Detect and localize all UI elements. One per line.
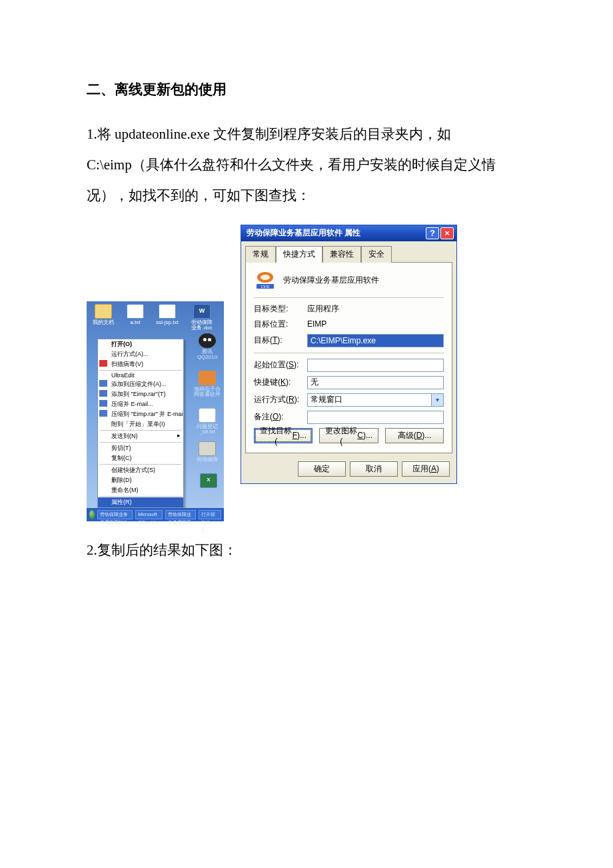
context-menu-item-label: UltraEdit bbox=[111, 372, 135, 379]
context-menu-item-label: 复制(C) bbox=[111, 455, 132, 461]
context-menu-item-label: 扫描病毒(V) bbox=[111, 361, 143, 367]
context-menu-item-label: 添加到 "Eimp.rar"(T) bbox=[111, 391, 165, 397]
label-comment: 备注(O): bbox=[254, 411, 307, 423]
context-menu-item[interactable]: 属性(R) bbox=[98, 497, 183, 507]
context-menu-item[interactable]: UltraEdit bbox=[98, 371, 183, 379]
help-button[interactable]: ? bbox=[426, 227, 439, 239]
label-shortcutkey: 快捷键(K): bbox=[254, 377, 307, 388]
context-menu-item[interactable]: 扫描病毒(V) bbox=[98, 359, 183, 369]
label-target-loc: 目标位置: bbox=[254, 319, 307, 330]
value-target-loc: EIMP bbox=[307, 319, 444, 329]
context-menu-item[interactable]: 剪切(T) bbox=[98, 443, 183, 453]
desktop-icon-worddoc[interactable]: W 劳动保障业务.doc bbox=[189, 304, 215, 332]
label-run: 运行方式(R): bbox=[254, 394, 307, 405]
side-icon-elec[interactable]: 地税电子合同签署软件 bbox=[193, 371, 221, 399]
context-menu-item-label: 属性(R) bbox=[111, 499, 132, 505]
label-startin: 起始位置(S): bbox=[254, 359, 307, 371]
side-icon-label: 劳动保障 bbox=[197, 457, 218, 463]
desktop-icon-label: 劳动保障业务.doc bbox=[191, 319, 213, 331]
context-menu-item[interactable]: 打开(O) bbox=[98, 339, 183, 349]
context-menu-item-label: 打开(O) bbox=[111, 341, 132, 347]
ok-button[interactable]: 确定 bbox=[298, 461, 346, 477]
svg-text:LYSI: LYSI bbox=[261, 285, 270, 289]
label-target-type: 目标类型: bbox=[254, 303, 307, 315]
apply-button[interactable]: 应用(A) bbox=[402, 461, 450, 477]
context-menu-item-label: 删除(D) bbox=[111, 477, 132, 483]
context-menu-item-label: 发送到(N) bbox=[111, 433, 138, 439]
tabstrip: 常规 快捷方式 兼容性 安全 bbox=[241, 241, 456, 262]
side-icon-notes[interactable]: 问题登记 _txt.txt bbox=[193, 408, 221, 436]
tab-body: LYSI 劳动保障业务基层应用软件 目标类型: 应用程序 目标位置: EIMP … bbox=[245, 262, 452, 453]
side-icon-label: 问题登记 _txt.txt bbox=[197, 423, 218, 435]
desktop-icon-label: a.txt bbox=[130, 319, 140, 325]
close-button[interactable]: × bbox=[440, 227, 454, 239]
combo-run-value: 常规窗口 bbox=[310, 394, 342, 405]
context-menu-item[interactable]: 复制(C) bbox=[98, 453, 183, 463]
context-menu-item[interactable]: 添加到 "Eimp.rar"(T) bbox=[98, 389, 183, 399]
context-menu-item-label: 添加到压缩文件(A)... bbox=[111, 381, 167, 387]
tab-general[interactable]: 常规 bbox=[245, 246, 276, 263]
taskbar-item[interactable]: Microsoft Office V... bbox=[135, 510, 163, 519]
context-menu-item-label: 创建快捷方式(S) bbox=[111, 467, 155, 473]
taskbar: 劳动保障业务基层应用软件Microsoft Office V...劳动保障业务基… bbox=[87, 508, 224, 521]
label-target: 目标(T): bbox=[254, 335, 307, 346]
context-menu-item-label: 压缩并 E-mail... bbox=[111, 401, 153, 407]
start-button[interactable] bbox=[89, 510, 95, 519]
side-icon-qq[interactable]: 腾讯QQ2010 bbox=[193, 333, 221, 361]
value-target-type: 应用程序 bbox=[307, 303, 444, 315]
context-menu-item[interactable]: 发送到(N)▸ bbox=[98, 431, 183, 441]
change-icon-button[interactable]: 更改图标(C)... bbox=[319, 428, 378, 443]
paragraph-1b: C:\eimp（具体什么盘符和什么文件夹，看用户安装的时候自定义情况），如找不到… bbox=[87, 149, 526, 211]
context-menu-item[interactable]: 附到「开始」菜单(I) bbox=[98, 419, 183, 429]
section-heading: 二、离线更新包的使用 bbox=[87, 80, 526, 99]
combo-run[interactable]: 常规窗口 ▾ bbox=[307, 393, 444, 407]
context-menu: 打开(O)运行方式(A)...扫描病毒(V)UltraEdit添加到压缩文件(A… bbox=[97, 339, 184, 508]
tab-compat[interactable]: 兼容性 bbox=[322, 246, 361, 263]
titlebar[interactable]: 劳动保障业务基层应用软件 属性 ? × bbox=[241, 225, 456, 241]
input-comment[interactable] bbox=[307, 411, 444, 424]
side-icon-label: 腾讯QQ2010 bbox=[197, 349, 217, 361]
context-menu-item[interactable]: 运行方式(A)... bbox=[98, 349, 183, 359]
desktop-icon-label: ssl-jsp.txt bbox=[156, 319, 178, 325]
context-menu-item-label: 压缩到 "Eimp.rar" 并 E-mail bbox=[111, 411, 183, 417]
paragraph-1a: 1.将 updateonline.exe 文件复制到程序安装后的目录夹内，如 bbox=[87, 119, 526, 149]
desktop-icon-atxt[interactable]: a.txt bbox=[123, 304, 148, 326]
chevron-down-icon[interactable]: ▾ bbox=[431, 394, 443, 406]
svg-point-1 bbox=[261, 275, 270, 280]
input-shortcutkey[interactable] bbox=[307, 376, 444, 389]
context-menu-item[interactable]: 压缩并 E-mail... bbox=[98, 399, 183, 409]
taskbar-item[interactable]: 劳动保障业务基层应用软件 bbox=[97, 510, 133, 519]
context-menu-item[interactable]: 删除(D) bbox=[98, 475, 183, 485]
input-startin[interactable] bbox=[307, 359, 444, 372]
context-menu-item-label: 运行方式(A)... bbox=[111, 351, 149, 357]
tab-security[interactable]: 安全 bbox=[361, 246, 392, 263]
context-menu-item-label: 附到「开始」菜单(I) bbox=[111, 421, 165, 427]
side-icon-label: 地税电子合同签署软件 bbox=[194, 386, 221, 398]
desktop-icon-label: 我的文档 bbox=[93, 319, 114, 325]
cancel-button[interactable]: 取消 bbox=[350, 461, 398, 477]
context-menu-item[interactable]: 创建快捷方式(S) bbox=[98, 465, 183, 475]
desktop-icon-mydocs[interactable]: 我的文档 bbox=[91, 304, 116, 326]
context-menu-item[interactable]: 重命名(M) bbox=[98, 485, 183, 495]
desktop-screenshot: 我的文档 a.txt ssl-jsp.txt W 劳动保障业务.doc bbox=[87, 301, 224, 521]
input-target[interactable] bbox=[307, 334, 444, 347]
taskbar-item[interactable]: 打开部门公告... bbox=[199, 510, 221, 519]
paragraph-2: 2.复制后的结果如下图： bbox=[87, 535, 526, 565]
app-icon: LYSI bbox=[254, 271, 277, 291]
properties-dialog: 劳动保障业务基层应用软件 属性 ? × 常规 快捷方式 兼容性 安全 bbox=[241, 225, 457, 484]
taskbar-item[interactable]: 劳动保障业务基层应用 bbox=[165, 510, 196, 519]
find-target-button[interactable]: 查找目标(F)... bbox=[254, 428, 312, 443]
desktop-icon-ssljsp[interactable]: ssl-jsp.txt bbox=[155, 304, 180, 326]
tab-shortcut[interactable]: 快捷方式 bbox=[276, 246, 322, 263]
app-name: 劳动保障业务基层应用软件 bbox=[283, 275, 379, 286]
side-icon-ysf[interactable]: 劳动保障 bbox=[193, 441, 221, 463]
dialog-title: 劳动保障业务基层应用软件 属性 bbox=[247, 227, 360, 239]
side-icon-excel[interactable]: X bbox=[196, 473, 221, 489]
context-menu-item-label: 重命名(M) bbox=[111, 487, 139, 493]
advanced-button[interactable]: 高级(D)... bbox=[385, 428, 444, 443]
context-menu-item[interactable]: 添加到压缩文件(A)... bbox=[98, 379, 183, 389]
figure-row: 我的文档 a.txt ssl-jsp.txt W 劳动保障业务.doc bbox=[87, 225, 526, 521]
context-menu-item[interactable]: 压缩到 "Eimp.rar" 并 E-mail bbox=[98, 409, 183, 419]
context-menu-item-label: 剪切(T) bbox=[111, 445, 131, 451]
chevron-right-icon: ▸ bbox=[177, 432, 181, 439]
